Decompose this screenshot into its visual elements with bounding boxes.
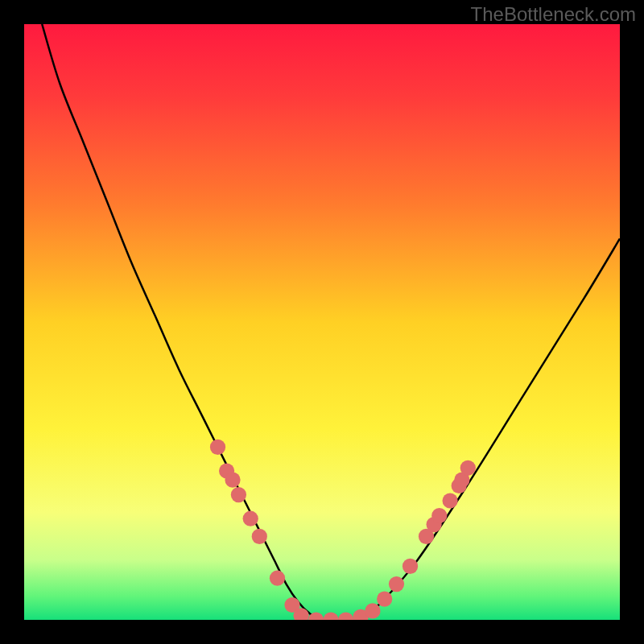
sample-point [231, 487, 246, 502]
sample-point [460, 460, 476, 476]
sample-point [377, 591, 392, 606]
sample-point [225, 472, 240, 487]
sample-point [210, 440, 225, 455]
sample-point [270, 571, 285, 586]
sample-point [402, 559, 418, 574]
watermark-text: TheBottleneck.com [471, 3, 636, 26]
sample-point [243, 511, 258, 526]
plot-area [24, 24, 620, 620]
sample-point [252, 529, 267, 544]
sample-point [365, 603, 380, 618]
plot-svg [24, 24, 620, 620]
gradient-background [24, 24, 620, 620]
sample-point [442, 493, 457, 508]
sample-point [431, 508, 447, 523]
chart-container: TheBottleneck.com [0, 0, 644, 644]
sample-point [389, 576, 404, 592]
